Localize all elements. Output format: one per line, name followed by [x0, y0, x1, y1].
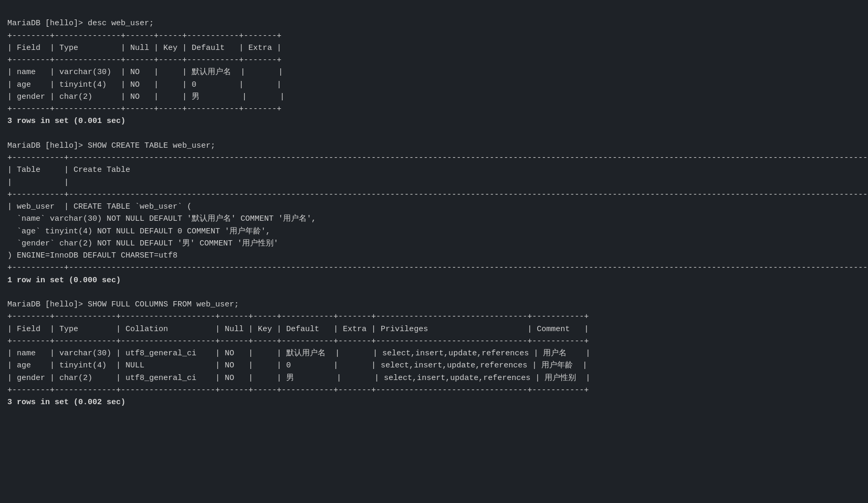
result-full: 3 rows in set (0.002 sec)	[7, 398, 126, 407]
row-full-name: | name | varchar(30) | utf8_general_ci |…	[7, 349, 590, 358]
header-show-create: | Table | Create Table	[7, 166, 868, 174]
sep2-bot: +-----------+---------------------------…	[7, 263, 868, 272]
row-name: | name | varchar(30) | NO | | 默认用户名 | |	[7, 68, 283, 77]
result-show-create: 1 row in set (0.000 sec)	[7, 276, 121, 285]
row-create5: ) ENGINE=InnoDB DEFAULT CHARSET=utf8 |	[7, 251, 868, 260]
terminal-output: MariaDB [hello]> desc web_user; +-------…	[7, 5, 861, 408]
row-gender: | gender | char(2) | NO | | 男 | |	[7, 93, 285, 101]
cmd-show-create: MariaDB [hello]> SHOW CREATE TABLE web_u…	[7, 141, 215, 150]
sep1-bot: +--------+--------------+------+-----+--…	[7, 105, 281, 114]
row-full-gender: | gender | char(2) | utf8_general_ci | N…	[7, 374, 590, 383]
row-create1: | web_user | CREATE TABLE `web_user` (	[7, 202, 868, 211]
header-desc: | Field | Type | Null | Key | Default | …	[7, 44, 281, 53]
sep2-top: +-----------+---------------------------…	[7, 153, 868, 162]
sep2-mid: +-----------+---------------------------…	[7, 190, 868, 199]
sep1-top: +--------+--------------+------+-----+--…	[7, 32, 281, 40]
cmd-show-full: MariaDB [hello]> SHOW FULL COLUMNS FROM …	[7, 300, 239, 309]
cmd-desc: MariaDB [hello]> desc web_user;	[7, 19, 154, 28]
sep3-top: +--------+-------------+----------------…	[7, 312, 589, 321]
row-create4: `gender` char(2) NOT NULL DEFAULT '男' CO…	[7, 239, 868, 248]
result-desc: 3 rows in set (0.001 sec)	[7, 117, 126, 126]
sep1-mid: +--------+--------------+------+-----+--…	[7, 56, 281, 65]
row-age: | age | tinyint(4) | NO | | 0 | |	[7, 80, 281, 89]
sep3-bot: +--------+-------------+----------------…	[7, 386, 589, 395]
header-full: | Field | Type | Collation | Null | Key …	[7, 325, 589, 334]
row-full-age: | age | tinyint(4) | NULL | NO | | 0 | |…	[7, 361, 587, 370]
row-create2: `name` varchar(30) NOT NULL DEFAULT '默认用…	[7, 214, 868, 223]
sep2-spacer: | |	[7, 178, 868, 187]
row-create3: `age` tinyint(4) NOT NULL DEFAULT 0 COMM…	[7, 227, 868, 236]
sep3-mid: +--------+-------------+----------------…	[7, 337, 589, 346]
